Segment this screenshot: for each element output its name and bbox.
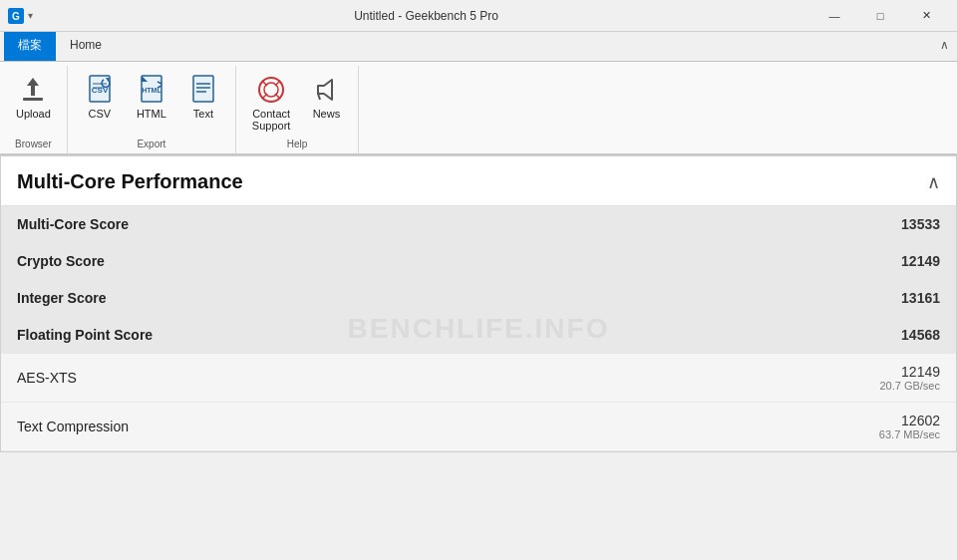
browser-group-content: Upload [8,66,59,136]
help-group-label: Help [287,136,308,153]
text-label: Text [193,108,213,120]
section-header: Multi-Core Performance ∧ [1,156,956,206]
tab-home[interactable]: Home [56,32,116,61]
ribbon-group-export: CSV CSV HTML [68,66,236,153]
upload-label: Upload [16,108,51,120]
csv-icon: CSV [84,74,116,106]
news-icon [310,74,342,106]
score-name: Floating Point Score [1,317,615,354]
minimize-button[interactable]: — [811,0,857,32]
score-name: AES-XTS [1,354,615,403]
score-value: 13161 [615,280,956,317]
ribbon-tab-bar: 檔案 Home ∧ [0,32,957,62]
table-row: Crypto Score 12149 [1,243,956,280]
score-name: Text Compression [1,403,615,451]
section-collapse-icon[interactable]: ∧ [927,171,940,193]
html-icon: HTML [136,74,167,106]
ribbon-group-browser: Upload Browser [0,66,68,153]
window-controls: — □ ✕ [811,0,949,32]
table-row: AES-XTS 12149 20.7 GB/sec [1,354,956,403]
title-bar: G ▾ Untitled - Geekbench 5 Pro — □ ✕ [0,0,957,32]
score-name: Crypto Score [1,243,615,280]
score-table: Multi-Core Score 13533 Crypto Score 1214… [1,206,956,451]
svg-line-17 [275,81,280,86]
text-icon [187,74,219,106]
csv-button[interactable]: CSV CSV [76,70,124,124]
score-name: Multi-Core Score [1,206,615,243]
text-button[interactable]: Text [179,70,227,124]
tab-files[interactable]: 檔案 [4,32,56,61]
svg-line-19 [275,94,280,99]
contact-support-icon [255,74,287,106]
news-button[interactable]: News [302,70,350,124]
table-row: Multi-Core Score 13533 [1,206,956,243]
upload-icon [17,74,49,106]
window-title: Untitled - Geekbench 5 Pro [41,9,811,23]
help-group-content: Contact Support News [244,66,351,136]
score-value: 13533 [615,206,956,243]
section-title: Multi-Core Performance [17,170,243,193]
table-row: Integer Score 13161 [1,280,956,317]
export-group-label: Export [137,136,165,153]
score-value: 12149 20.7 GB/sec [615,354,956,403]
ribbon: Upload Browser CSV [0,62,957,155]
export-group-content: CSV CSV HTML [76,66,227,136]
app-icon: G [8,8,24,24]
svg-rect-10 [193,76,213,102]
score-value: 12602 63.7 MB/sec [615,403,956,451]
contact-support-button[interactable]: Contact Support [244,70,299,136]
html-button[interactable]: HTML HTML [128,70,175,124]
svg-marker-20 [318,80,332,100]
score-sub: 20.7 GB/sec [631,380,940,392]
quick-access-pin[interactable]: ▾ [28,10,33,21]
contact-support-label: Contact Support [252,108,291,132]
news-label: News [313,108,341,120]
table-row: Text Compression 12602 63.7 MB/sec [1,403,956,451]
svg-line-18 [262,94,267,99]
maximize-button[interactable]: □ [857,0,903,32]
score-sub: 63.7 MB/sec [631,428,940,440]
table-row: Floating Point Score 14568 [1,317,956,354]
score-value: 14568 [615,317,956,354]
html-label: HTML [137,108,166,120]
svg-line-16 [262,81,267,86]
upload-button[interactable]: Upload [8,70,59,124]
scores-container: BENCHLIFE.INFO Multi-Core Score 13533 Cr… [1,206,956,451]
main-content: Multi-Core Performance ∧ BENCHLIFE.INFO … [0,155,957,452]
browser-group-label: Browser [15,136,52,153]
score-name: Integer Score [1,280,615,317]
score-value: 12149 [615,243,956,280]
close-button[interactable]: ✕ [903,0,949,32]
ribbon-spacer [359,66,957,153]
csv-label: CSV [89,108,112,120]
svg-text:G: G [12,11,20,22]
ribbon-collapse-button[interactable]: ∧ [932,32,957,61]
ribbon-group-help: Contact Support News Help [236,66,360,153]
svg-rect-2 [23,98,43,101]
